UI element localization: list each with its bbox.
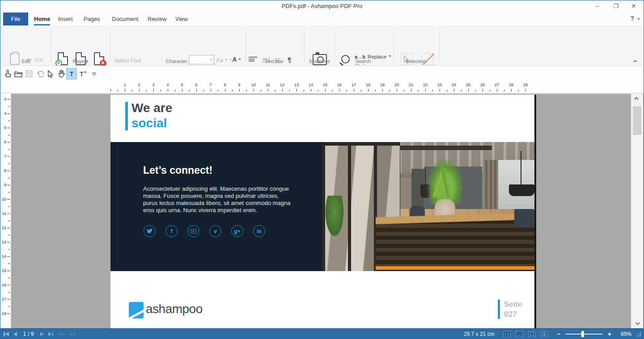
open-file-icon[interactable] [13,68,24,80]
text-orientation-button[interactable]: A [229,56,241,63]
ruler-tick [225,89,225,92]
ruler-tick [475,90,476,92]
zoom-in-button[interactable]: + [608,331,611,338]
linkedin-icon: in [253,225,265,237]
ruler-number: 10 [2,197,6,201]
fit-width-icon[interactable]: ↔ [516,331,523,337]
change-case-button[interactable]: Aa [216,57,228,63]
vertical-ruler[interactable]: 3456789101112131415161718 [0,94,11,328]
history-back-button[interactable] [58,332,65,336]
ruler-number: 12 [2,226,6,230]
tab-file[interactable]: File [3,13,28,25]
ruler-number: 13 [2,240,6,244]
title-bar: PDFs.pdf - Ashampoo PDF Pro – ❒ ✕ [0,0,644,13]
ruler-number: 4 [166,83,169,87]
ruler-tick [146,90,147,92]
ruler-number: 11 [2,211,6,216]
ruler-tick [390,90,390,92]
ruler-tick [411,89,411,92]
undo-icon[interactable] [34,68,45,80]
ruler-tick [132,90,132,92]
toolbar-options-icon[interactable] [89,68,99,80]
scroll-up-icon[interactable] [631,95,643,102]
ruler-number: 11 [266,83,270,87]
actual-size-icon[interactable]: 1:1 [503,331,511,337]
tab-pages[interactable]: Pages [79,13,105,25]
ruler-tick [497,89,497,92]
ruler-tick [282,89,283,92]
ruler-tick [246,90,247,92]
first-page-button[interactable] [4,332,9,336]
close-button[interactable]: ✕ [626,0,641,12]
help-dropdown-caret[interactable] [637,18,640,21]
zoom-slider[interactable] [565,334,603,335]
ruler-tick [461,90,462,92]
tab-home[interactable]: Home [30,13,55,25]
ruler-tick [8,163,10,164]
ruler-tick [239,89,240,92]
ruler-tick [8,249,10,250]
ruler-tick [397,89,397,92]
horizontal-ruler[interactable]: 1234567891011121314151617181920212223242… [0,82,644,93]
tab-document[interactable]: Document [107,13,143,25]
select-cursor-tool[interactable] [45,68,56,80]
vertical-scrollbar[interactable] [631,94,643,328]
collapse-ribbon-button[interactable] [633,60,638,63]
ruler-number: 15 [323,83,327,87]
ruler-number: 24 [452,83,456,87]
ruler-number: 13 [294,83,299,87]
ashampoo-logo-icon [129,302,144,318]
ruler-tick [318,90,318,92]
ruler-tick [7,285,10,285]
ruler-number: 7 [4,154,6,159]
resize-grip[interactable] [636,332,641,337]
textbox-group-label: Text box [257,59,291,64]
scroll-down-icon[interactable] [631,320,643,327]
ruler-tick [7,185,10,185]
ruler-tick [7,199,10,200]
tab-view[interactable]: View [171,13,192,25]
tab-review[interactable]: Review [143,13,171,25]
pan-hand-tool[interactable] [56,68,67,80]
document-canvas[interactable]: We are social Let’s connect! Aconsectetu… [0,94,644,328]
fit-page-icon[interactable] [528,331,536,337]
ruler-tick [218,90,218,92]
minimize-button[interactable]: – [589,0,605,12]
maximize-button[interactable]: ❒ [608,0,623,12]
align-text-top-icon[interactable] [249,57,257,63]
ruler-number: 3 [4,97,6,101]
ruler-number: 5 [181,83,183,87]
ruler-number: 21 [409,83,413,87]
touch-select-tool[interactable] [2,68,13,80]
ruler-tick [7,171,10,171]
previous-page-button[interactable] [13,332,17,336]
next-page-button[interactable] [40,332,44,336]
ruler-tick [339,89,340,92]
tab-insert[interactable]: Insert [54,13,77,25]
last-page-button[interactable] [48,332,54,336]
ruler-tick [490,90,490,92]
history-forward-button[interactable] [69,332,76,336]
save-icon[interactable] [24,68,34,80]
ruler-tick [432,90,433,92]
facing-pages-icon[interactable] [541,331,548,337]
zoom-slider-handle[interactable] [581,331,584,337]
social-icons-row: fvg+in [144,225,265,237]
ruler-tick [268,89,268,92]
ruler-tick [511,89,512,92]
text-select-tool[interactable]: T [66,68,77,80]
ruler-tick [525,89,526,92]
ruler-tick [153,89,154,92]
ruler-tick [347,90,347,92]
ruler-tick [8,149,10,150]
help-icon[interactable]: ? [630,15,634,22]
ruler-tick [110,89,111,92]
add-text-tool[interactable]: T + [78,68,89,80]
scrollbar-thumb[interactable] [633,106,641,135]
ruler-number: 25 [466,83,470,87]
pdf-page[interactable]: We are social Let’s connect! Aconsectetu… [110,95,534,328]
ruler-tick [8,121,10,121]
zoom-out-button[interactable]: − [557,331,560,338]
ruler-tick [125,89,125,92]
font-size-caret[interactable] [210,59,212,62]
